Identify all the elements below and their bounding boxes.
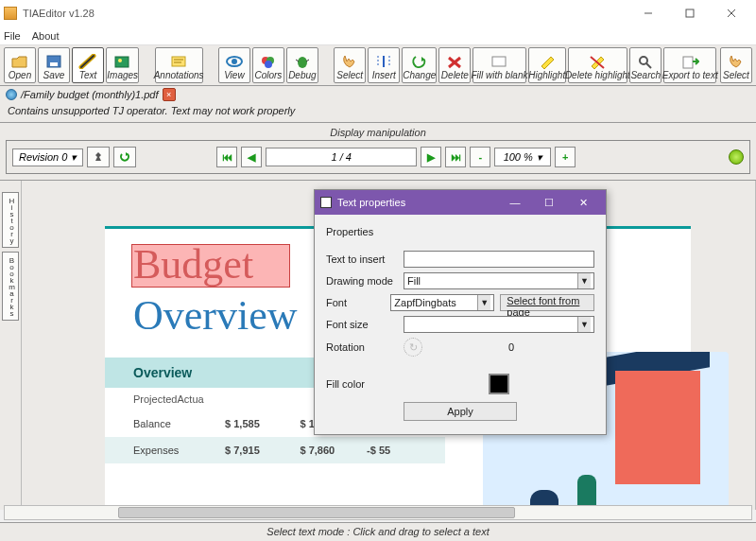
dialog-section-label: Properties	[326, 226, 594, 237]
window-titlebar: TIAEditor v1.28	[0, 0, 756, 26]
annotations-button[interactable]: Annotations	[155, 47, 203, 83]
last-page-button[interactable]: ⏭	[445, 147, 466, 167]
document-tab-name[interactable]: /Family budget (monthly)1.pdf	[21, 89, 159, 100]
status-ball-icon[interactable]	[729, 149, 744, 165]
page-indicator[interactable]: 1 / 4	[266, 148, 417, 166]
text-properties-dialog: Text properties ― ☐ ✕ Properties Text to…	[314, 189, 607, 435]
open-button[interactable]: Open	[4, 47, 36, 83]
delete-highlight-button[interactable]: Delete highlight	[568, 47, 627, 83]
display-legend: Display manipulation	[6, 127, 750, 138]
export-to-text-button[interactable]: Export to text	[663, 47, 716, 83]
text-to-insert-input[interactable]	[404, 251, 594, 268]
revision-pin-button[interactable]	[87, 147, 110, 167]
zoom-out-button[interactable]: -	[470, 147, 490, 167]
change-button[interactable]: Change	[402, 47, 437, 83]
dialog-minimize-button[interactable]: ―	[498, 190, 532, 215]
debug-button[interactable]: Debug	[286, 47, 318, 83]
dialog-maximize-button[interactable]: ☐	[532, 190, 566, 215]
drawing-mode-label: Drawing mode	[326, 275, 398, 287]
delete-button[interactable]: Delete	[438, 47, 471, 83]
minimize-button[interactable]	[627, 0, 669, 26]
font-dropdown[interactable]: ZapfDingbats▼	[390, 294, 494, 311]
display-frame: Revision 0▾ ⏮ ◀ 1 / 4 ▶ ⏭ - 100 %▾ +	[6, 140, 750, 174]
col-actual: Actua	[177, 393, 203, 405]
rotation-value: 0	[428, 341, 594, 353]
images-button[interactable]: Images	[106, 47, 139, 83]
insert-button[interactable]: Insert	[368, 47, 400, 83]
document-tab-close[interactable]: ×	[163, 88, 176, 101]
table-row: Expenses $ 7,915 $ 7,860 -$ 55	[105, 437, 445, 463]
horizontal-scrollbar[interactable]	[4, 505, 752, 520]
main-toolbar: Open Save Text Images Annotations View C…	[0, 45, 756, 86]
colors-button[interactable]: Colors	[252, 47, 284, 83]
svg-point-15	[265, 61, 272, 68]
app-icon	[4, 7, 17, 20]
dialog-close-button[interactable]: ✕	[566, 190, 600, 215]
select-font-from-page-button[interactable]: Select font from page	[500, 294, 594, 311]
dialog-icon	[320, 197, 332, 208]
scrollbar-thumb[interactable]	[118, 507, 515, 518]
select-button[interactable]: Select	[334, 47, 366, 83]
dialog-title: Text properties	[337, 197, 405, 208]
warning-message: Contains unsupported TJ operator. Text m…	[0, 103, 756, 123]
font-label: Font	[326, 297, 385, 308]
svg-point-12	[232, 59, 237, 64]
document-tab-row: /Family budget (monthly)1.pdf ×	[0, 86, 756, 103]
text-selection-highlight[interactable]	[131, 244, 290, 288]
text-to-insert-label: Text to insert	[326, 253, 398, 265]
svg-point-26	[640, 57, 647, 64]
svg-point-16	[298, 57, 307, 68]
status-bar: Select text mode : Click and drag to sel…	[0, 522, 756, 541]
menu-about[interactable]: About	[32, 30, 60, 42]
first-page-button[interactable]: ⏮	[216, 147, 237, 167]
svg-rect-8	[172, 57, 185, 66]
menu-file[interactable]: File	[4, 30, 21, 42]
search-button[interactable]: Search	[629, 47, 662, 83]
revision-dropdown[interactable]: Revision 0▾	[12, 148, 83, 166]
svg-rect-5	[50, 62, 58, 66]
dialog-titlebar[interactable]: Text properties ― ☐ ✕	[315, 190, 606, 215]
drawing-mode-dropdown[interactable]: Fill▼	[404, 272, 594, 289]
font-size-dropdown[interactable]: ▼	[404, 316, 594, 333]
svg-point-7	[118, 59, 122, 62]
fill-color-swatch[interactable]	[489, 374, 509, 394]
svg-rect-1	[686, 9, 694, 17]
globe-icon	[6, 89, 17, 100]
sidetab-history[interactable]: History	[2, 192, 19, 248]
revision-refresh-button[interactable]	[113, 147, 136, 167]
zoom-dropdown[interactable]: 100 %▾	[494, 148, 551, 166]
fill-color-label: Fill color	[326, 378, 398, 390]
rotation-dial[interactable]: ↻	[404, 338, 422, 357]
text-button[interactable]: Text	[72, 47, 104, 83]
menubar: File About	[0, 26, 756, 45]
rotation-label: Rotation	[326, 341, 398, 353]
zoom-in-button[interactable]: +	[555, 147, 576, 167]
highlight-button[interactable]: Highlight	[528, 47, 566, 83]
view-button[interactable]: View	[218, 47, 250, 83]
save-button[interactable]: Save	[38, 47, 70, 83]
apply-button[interactable]: Apply	[404, 402, 517, 421]
close-button[interactable]	[711, 0, 752, 26]
maximize-button[interactable]	[669, 0, 711, 26]
font-size-label: Font size	[326, 319, 398, 330]
next-page-button[interactable]: ▶	[421, 147, 441, 167]
select-right-button[interactable]: Select	[720, 47, 752, 83]
fill-with-blank-button[interactable]: Fill with blank	[472, 47, 525, 83]
col-projected: Projected	[133, 393, 177, 405]
doc-title-overview: Overview	[133, 291, 298, 340]
window-title: TIAEditor v1.28	[23, 8, 94, 19]
prev-page-button[interactable]: ◀	[241, 147, 262, 167]
svg-rect-28	[683, 57, 693, 68]
svg-line-27	[646, 63, 651, 68]
sidetab-bookmarks[interactable]: Bookmarks	[2, 252, 19, 321]
svg-rect-6	[115, 57, 129, 67]
svg-rect-24	[492, 57, 506, 66]
